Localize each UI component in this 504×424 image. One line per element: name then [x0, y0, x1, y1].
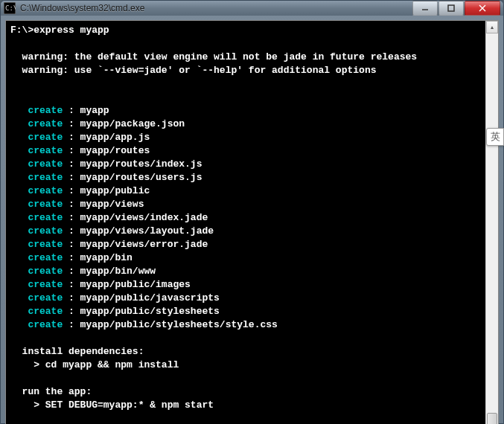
window-title: C:\Windows\system32\cmd.exe [20, 3, 412, 13]
install-header: install dependencies: [10, 345, 481, 359]
create-line: create : myapp/public/stylesheets [10, 305, 481, 318]
blank-line [10, 412, 481, 424]
create-line: create : myapp/views/error.jade [10, 238, 481, 251]
cmd-icon: C:\ [4, 2, 16, 14]
create-line: create : myapp/public/stylesheets/style.… [10, 318, 481, 332]
terminal-output[interactable]: F:\>express myapp warning: the default v… [6, 21, 485, 424]
create-line: create : myapp/public [10, 184, 481, 198]
create-line: create : myapp/routes/index.js [10, 158, 481, 171]
scroll-up-button[interactable]: ▴ [486, 21, 498, 33]
cmd-window: C:\ C:\Windows\system32\cmd.exe F:\>expr… [0, 0, 504, 424]
create-line: create : myapp/views/index.jade [10, 211, 481, 225]
blank-line [10, 372, 481, 385]
terminal-frame: F:\>express myapp warning: the default v… [1, 16, 503, 424]
blank-line [10, 332, 481, 345]
ime-badge[interactable]: 英 [486, 128, 504, 146]
blank-line [10, 77, 481, 91]
create-line: create : myapp/public/javascripts [10, 292, 481, 305]
create-line: create : myapp/bin/www [10, 265, 481, 278]
titlebar[interactable]: C:\ C:\Windows\system32\cmd.exe [1, 1, 503, 16]
terminal-container: F:\>express myapp warning: the default v… [5, 20, 499, 424]
blank-line [10, 37, 481, 51]
scroll-thumb[interactable] [487, 413, 497, 424]
run-header: run the app: [10, 385, 481, 399]
create-line: create : myapp/views/layout.jade [10, 225, 481, 238]
run-cmd: > SET DEBUG=myapp:* & npm start [10, 399, 481, 412]
warning-line: warning: use `--view=jade' or `--help' f… [10, 64, 481, 77]
scroll-track[interactable] [486, 33, 498, 424]
warning-line: warning: the default view engine will no… [10, 51, 481, 64]
ime-label: 英 [491, 130, 500, 144]
create-line: create : myapp/views [10, 198, 481, 211]
create-line: create : myapp/package.json [10, 118, 481, 131]
close-button[interactable] [465, 1, 500, 16]
install-cmd: > cd myapp && npm install [10, 359, 481, 372]
maximize-button[interactable] [438, 1, 464, 16]
create-line: create : myapp/bin [10, 251, 481, 265]
create-line: create : myapp [10, 104, 481, 118]
svg-text:C:\: C:\ [5, 4, 16, 12]
prompt-line: F:\>express myapp [10, 24, 481, 37]
create-line: create : myapp/app.js [10, 131, 481, 144]
svg-rect-3 [448, 5, 454, 11]
create-line: create : myapp/public/images [10, 278, 481, 292]
create-line: create : myapp/routes [10, 144, 481, 158]
window-controls [412, 1, 500, 16]
create-line: create : myapp/routes/users.js [10, 171, 481, 184]
minimize-button[interactable] [412, 1, 438, 16]
scrollbar: ▴ ▾ [485, 21, 498, 424]
blank-line [10, 91, 481, 104]
